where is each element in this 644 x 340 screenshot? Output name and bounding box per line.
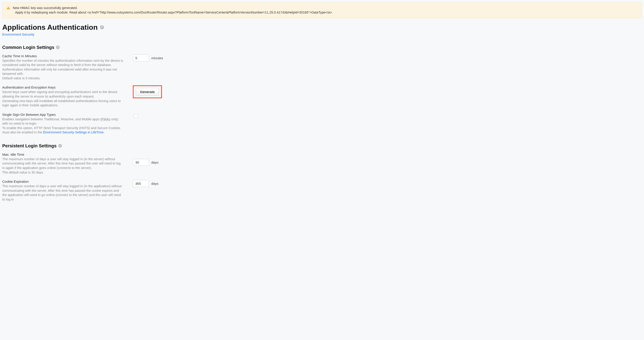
- max-idle-input[interactable]: [133, 159, 149, 166]
- svg-rect-0: [8, 7, 8, 8]
- row-cookie-exp: Cookie Expiration The maximum number of …: [2, 180, 642, 202]
- breadcrumb-link[interactable]: Environment Security: [2, 33, 34, 36]
- alert-banner: New HMAC key was successfully generated.…: [2, 2, 642, 18]
- alert-line1: New HMAC key was successfully generated.: [13, 6, 333, 10]
- section-persistent-title: Persistent Login Settings ?: [2, 143, 642, 148]
- svg-rect-1: [8, 9, 8, 9]
- sso-checkbox[interactable]: [134, 114, 138, 118]
- row-max-idle: Max. Idle Time The maximum number of day…: [2, 153, 642, 175]
- lifetime-link[interactable]: Environment Security Settings in LifeTim…: [43, 130, 104, 134]
- max-idle-label: Max. Idle Time: [2, 153, 124, 156]
- cache-time-label: Cache Time In Minutes: [2, 54, 124, 58]
- help-icon[interactable]: ?: [58, 144, 62, 148]
- row-auth-keys: Authentication and Encryption Keys Secre…: [2, 85, 642, 108]
- cookie-exp-label: Cookie Expiration: [2, 180, 124, 183]
- alert-line2: Apply it by redeploying each module. Rea…: [13, 10, 333, 15]
- alert-text: New HMAC key was successfully generated.…: [13, 6, 333, 15]
- help-icon[interactable]: ?: [100, 25, 104, 29]
- row-sso: Single Sign-On Between App Types Enables…: [2, 113, 642, 135]
- help-icon[interactable]: ?: [56, 46, 60, 49]
- generate-highlight: Generate: [133, 85, 162, 98]
- max-idle-desc: The maximum number of days a user will s…: [2, 157, 124, 175]
- row-cache-time: Cache Time In Minutes Specifies the numb…: [2, 54, 642, 81]
- cache-time-desc: Specifies the number of minutes the auth…: [2, 59, 124, 81]
- max-idle-unit: days: [151, 160, 158, 164]
- cookie-exp-desc: The maximum number of days a user will s…: [2, 184, 124, 202]
- sso-desc: Enables navigation between Traditional, …: [2, 117, 124, 135]
- section-common-title-text: Common Login Settings: [2, 45, 54, 50]
- section-common-title: Common Login Settings ?: [2, 45, 642, 50]
- cache-time-input[interactable]: [133, 55, 149, 62]
- auth-keys-label: Authentication and Encryption Keys: [2, 85, 124, 89]
- cookie-exp-input[interactable]: [133, 180, 149, 187]
- warning-icon: [6, 6, 10, 10]
- page-title: Applications Authentication ?: [2, 23, 642, 32]
- auth-keys-desc: Secret keys used when signing and encryp…: [2, 90, 124, 108]
- pwas-abbr: PWAs: [101, 117, 110, 121]
- section-persistent-title-text: Persistent Login Settings: [2, 143, 56, 148]
- sso-label: Single Sign-On Between App Types: [2, 113, 124, 117]
- cookie-exp-unit: days: [151, 182, 158, 185]
- page-title-text: Applications Authentication: [2, 23, 98, 32]
- cache-time-unit: minutes: [151, 56, 163, 60]
- generate-button[interactable]: Generate: [136, 88, 159, 96]
